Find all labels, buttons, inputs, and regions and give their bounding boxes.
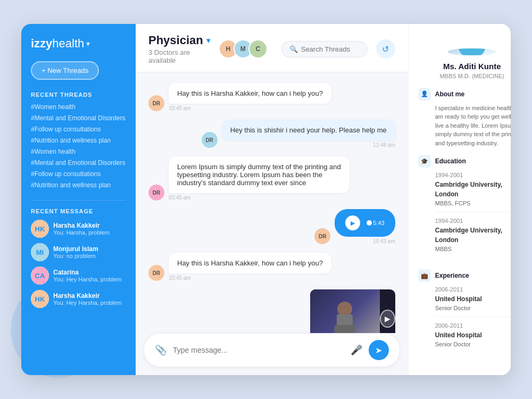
recent-message-item[interactable]: MI Monjurul Islam You: no problem bbox=[31, 243, 126, 261]
search-input[interactable] bbox=[301, 45, 360, 53]
message-preview: You: Hey Harsha, problem bbox=[53, 276, 122, 282]
edu-degree: MBBS, FCPS bbox=[435, 199, 511, 208]
recent-message-title: RECENT MESSAGE bbox=[31, 208, 126, 214]
search-bar[interactable]: 🔍 bbox=[281, 41, 368, 57]
exp-role: Senior Doctor bbox=[435, 304, 511, 313]
sidebar-thread-link[interactable]: #Women health bbox=[31, 148, 126, 155]
sidebar-thread-link[interactable]: #Nutrition and wellness plan bbox=[31, 181, 126, 189]
message-preview-text: Harsha Kakkeir You: Harsha, problem bbox=[53, 222, 110, 236]
svg-point-0 bbox=[337, 302, 352, 317]
edu-year: 1994-2001 bbox=[435, 217, 511, 226]
experience-header: 💼 Experience bbox=[418, 269, 511, 282]
message-column: Lorem Ipsum is simply dummy text of the … bbox=[169, 156, 350, 201]
message-row: Hey this is shishir i need your help. Pl… bbox=[148, 120, 395, 148]
video-thumbnail[interactable]: ▶ 5:43 bbox=[310, 289, 395, 333]
message-time: 03:45 am bbox=[169, 195, 350, 201]
history-button[interactable]: ↺ bbox=[376, 39, 395, 59]
message-avatar: DR bbox=[148, 265, 164, 281]
sidebar-thread-link[interactable]: #Mental and Emotional Disorders bbox=[31, 159, 126, 167]
attach-icon[interactable]: 📎 bbox=[155, 344, 167, 356]
recent-threads-title: RECENT THREADS bbox=[31, 92, 126, 98]
sidebar-thread-link[interactable]: #Mental and Emotional Disorders bbox=[31, 114, 126, 122]
logo-light: health bbox=[52, 37, 84, 51]
sidebar-thread-link[interactable]: #Follow up consultations bbox=[31, 126, 126, 133]
new-threads-button[interactable]: + New Threads bbox=[31, 61, 99, 80]
exp-org: United Hospital bbox=[435, 330, 511, 340]
message-input[interactable] bbox=[173, 346, 344, 354]
edu-school: Cambridge University, London bbox=[435, 226, 511, 245]
header-avatar-3: C bbox=[248, 39, 268, 59]
search-icon: 🔍 bbox=[289, 45, 298, 53]
message-avatar: DR bbox=[314, 228, 330, 244]
doctor-avatar-svg bbox=[448, 48, 496, 55]
mic-icon[interactable]: 🎤 bbox=[351, 344, 362, 356]
message-column: ▶ 5:43 10:43 am bbox=[335, 209, 395, 244]
header-avatars: H M C bbox=[219, 39, 268, 59]
experience-icon: 💼 bbox=[418, 269, 431, 282]
sidebar-thread-link[interactable]: #Women health bbox=[31, 103, 126, 111]
experience-entry: 2006-2011 United Hospital Senior Doctor bbox=[435, 321, 511, 353]
avatar-initials: MI bbox=[31, 243, 49, 261]
education-icon: 🎓 bbox=[418, 155, 431, 168]
profile-experience-section: 💼 Experience 2006-2011 United Hospital S… bbox=[418, 269, 511, 357]
message-avatar: CA bbox=[31, 267, 49, 285]
message-row: ▶ 5:43 10:43 am DR bbox=[148, 289, 395, 333]
message-avatar: HK bbox=[31, 290, 49, 308]
message-time: 10:43 am bbox=[335, 238, 395, 244]
about-header: 👤 About me bbox=[418, 88, 511, 101]
edu-degree: MBBS bbox=[435, 245, 511, 254]
message-preview: You: Harsha, problem bbox=[53, 229, 110, 236]
video-person-svg bbox=[329, 297, 361, 333]
physician-label: Physician bbox=[148, 34, 203, 47]
education-body: 1994-2001 Cambridge University, London M… bbox=[418, 171, 511, 257]
profile-photo-inner bbox=[448, 48, 496, 55]
about-icon: 👤 bbox=[418, 88, 431, 101]
message-input-area: 📎 🎤 ➤ bbox=[144, 333, 400, 367]
message-row: ▶ 5:43 10:43 am DR bbox=[148, 209, 395, 244]
play-button[interactable]: ▶ bbox=[345, 215, 360, 230]
video-play-button[interactable]: ▶ bbox=[380, 310, 395, 328]
avatar-initials: HK bbox=[31, 290, 49, 308]
svg-rect-2 bbox=[337, 314, 353, 325]
recent-message-item[interactable]: HK Harsha Kakkeir You: Hey Harsha, probl… bbox=[31, 290, 126, 308]
messages-area: DR Hay this is Harsha Kakkeir, how can i… bbox=[136, 72, 408, 333]
profile-education-section: 🎓 Education 1994-2001 Cambridge Universi… bbox=[418, 155, 511, 262]
message-avatar: DR bbox=[202, 132, 218, 148]
recent-message-item[interactable]: HK Harsha Kakkeir You: Harsha, problem bbox=[31, 220, 126, 238]
sidebar-thread-link[interactable]: #Nutrition and wellness plan bbox=[31, 137, 126, 144]
message-bubble: Hay this is Harsha Kakkeir, how can i he… bbox=[169, 253, 331, 273]
message-avatar: DR bbox=[148, 185, 164, 201]
message-preview: You: Hey Harsha, problem bbox=[53, 300, 122, 306]
message-preview-text: Harsha Kakkeir You: Hey Harsha, problem bbox=[53, 292, 122, 306]
edu-school: Cambridge University, London bbox=[435, 180, 511, 199]
avatar-initials: CA bbox=[31, 267, 49, 285]
logo-chevron: ▾ bbox=[86, 39, 90, 48]
experience-body: 2006-2011 United Hospital Senior Doctor2… bbox=[418, 285, 511, 353]
message-preview-text: Monjurul Islam You: no problem bbox=[53, 245, 98, 259]
message-time: 11:48 am bbox=[222, 142, 395, 148]
message-sender-name: Monjurul Islam bbox=[53, 245, 98, 253]
message-sender-name: Harsha Kakkeir bbox=[53, 292, 122, 300]
message-column: Hey this is shishir i need your help. Pl… bbox=[222, 120, 395, 148]
education-header: 🎓 Education bbox=[418, 155, 511, 168]
message-preview: You: no problem bbox=[53, 253, 98, 259]
main-chat: Physician ▾ 3 Doctors are available H M … bbox=[136, 24, 408, 375]
about-title: About me bbox=[435, 90, 464, 98]
avatar-initials: HK bbox=[31, 220, 49, 238]
exp-year: 2006-2011 bbox=[435, 285, 511, 294]
header-subtitle: 3 Doctors are available bbox=[148, 48, 210, 64]
voice-message: ▶ 5:43 bbox=[335, 209, 395, 237]
message-row: DR Hay this is Harsha Kakkeir, how can i… bbox=[148, 83, 395, 111]
voice-duration: 5:43 bbox=[373, 220, 384, 226]
message-sender-name: Catarina bbox=[53, 269, 122, 276]
recent-message-item[interactable]: CA Catarina You: Hey Harsha, problem bbox=[31, 267, 126, 285]
message-avatar: HK bbox=[31, 220, 49, 238]
message-row: DR Hay this is Harsha Kakkeir, how can i… bbox=[148, 253, 395, 281]
header-chevron[interactable]: ▾ bbox=[206, 36, 210, 45]
message-preview-text: Catarina You: Hey Harsha, problem bbox=[53, 269, 122, 282]
exp-org: United Hospital bbox=[435, 294, 511, 304]
sidebar-thread-link[interactable]: #Follow up consultations bbox=[31, 170, 126, 178]
send-button[interactable]: ➤ bbox=[369, 340, 389, 360]
message-column: ▶ 5:43 10:43 am bbox=[310, 289, 395, 333]
message-bubble: Hey this is shishir i need your help. Pl… bbox=[222, 120, 395, 140]
